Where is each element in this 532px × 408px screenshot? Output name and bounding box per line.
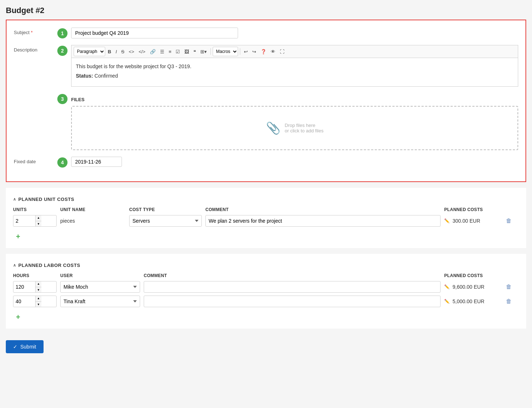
hours-input-1[interactable] (13, 297, 35, 306)
blockquote-button[interactable]: ❝ (192, 47, 198, 56)
cost-edit-icon-0[interactable]: ✏️ (444, 218, 450, 223)
labor-cost-edit-icon-1[interactable]: ✏️ (444, 299, 450, 304)
hours-spinners-1: ▲ ▼ (35, 296, 41, 307)
fullscreen-button[interactable]: ⛶ (278, 47, 286, 56)
col-unit-name: UNIT NAME (60, 207, 126, 212)
hours-down-0[interactable]: ▼ (36, 287, 41, 293)
col-comment: COMMENT (205, 207, 441, 212)
labor-delete-btn-1[interactable]: 🗑 (506, 298, 519, 305)
units-down-0[interactable]: ▼ (36, 221, 41, 227)
link-button[interactable]: 🔗 (148, 47, 157, 56)
user-wrap-0: Mike Moch (60, 281, 140, 293)
subject-input[interactable] (71, 28, 238, 38)
add-unit-cost-button[interactable]: + (13, 231, 23, 242)
planned-labor-costs-section: ∧ PLANNED LABOR COSTS HOURS USER COMMENT… (6, 254, 526, 329)
files-row: 3 FILES 📎 Drop files here or click to ad… (14, 93, 518, 150)
hours-input-wrap-0: ▲ ▼ (13, 281, 57, 293)
trash-icon-0[interactable]: 🗑 (506, 218, 512, 224)
col-hours: HOURS (13, 273, 57, 278)
help-button[interactable]: ❓ (259, 47, 268, 56)
italic-button[interactable]: I (114, 47, 119, 56)
hours-up-0[interactable]: ▲ (36, 281, 41, 287)
macros-select[interactable]: Macros (213, 47, 238, 56)
paperclip-icon: 📎 (266, 121, 281, 135)
fixed-date-input[interactable] (71, 157, 122, 167)
labor-costs-header: ∧ PLANNED LABOR COSTS (13, 263, 519, 268)
labor-costs-row-1: ▲ ▼ Tina Kraft ✏️ 5,000.00 EUR 🗑 (13, 296, 519, 307)
add-labor-cost-button[interactable]: + (13, 312, 23, 323)
submit-button[interactable]: ✓ Submit (6, 340, 44, 353)
hours-spinners-0: ▲ ▼ (35, 281, 41, 293)
labor-comment-input-1[interactable] (144, 296, 441, 307)
delete-btn-0[interactable]: 🗑 (506, 218, 519, 224)
unit-costs-chevron[interactable]: ∧ (13, 197, 16, 202)
user-select-0[interactable]: Mike Moch (60, 281, 140, 293)
unit-name-0: pieces (60, 216, 126, 226)
unit-costs-header: ∧ PLANNED UNIT COSTS (13, 197, 519, 202)
labor-costs-title: PLANNED LABOR COSTS (19, 263, 81, 268)
col-cost-type: COST TYPE (129, 207, 202, 212)
strikethrough-button[interactable]: S (119, 47, 126, 56)
submit-label: Submit (20, 344, 36, 350)
col-units: UNITS (13, 207, 57, 212)
units-input-0[interactable] (13, 217, 35, 225)
user-select-1[interactable]: Tina Kraft (60, 296, 140, 307)
description-row: Description 2 Paragraph B I S <> </> 🔗 ☰… (14, 45, 518, 87)
comment-input-0[interactable] (205, 215, 441, 227)
task-list-button[interactable]: ☑ (174, 47, 182, 56)
col-planned-costs: PLANNED COSTS (444, 207, 502, 212)
labor-cost-value-0: 9,600.00 EUR (453, 284, 484, 290)
hours-down-1[interactable]: ▼ (36, 301, 41, 307)
labor-trash-icon-0[interactable]: 🗑 (506, 284, 512, 290)
labor-delete-btn-0[interactable]: 🗑 (506, 284, 519, 290)
drop-line1: Drop files here (285, 123, 324, 128)
hours-input-0[interactable] (13, 283, 35, 291)
dropzone-text: Drop files here or click to add files (285, 123, 324, 133)
paragraph-select[interactable]: Paragraph (74, 47, 105, 56)
units-up-0[interactable]: ▲ (36, 215, 41, 221)
preview-button[interactable]: 👁 (269, 47, 277, 56)
step-badge-1: 1 (57, 28, 67, 38)
hours-input-wrap-1: ▲ ▼ (13, 296, 57, 307)
col-actions (506, 207, 519, 212)
labor-costs-chevron[interactable]: ∧ (13, 263, 16, 268)
files-content: FILES 📎 Drop files here or click to add … (71, 97, 518, 150)
col-labor-actions (506, 273, 519, 278)
file-dropzone[interactable]: 📎 Drop files here or click to add files (71, 106, 518, 150)
drop-line2: or click to add files (285, 128, 324, 133)
labor-comment-input-0[interactable] (144, 281, 441, 293)
unit-costs-title: PLANNED UNIT COSTS (19, 197, 74, 202)
files-spacer (14, 93, 57, 95)
undo-button[interactable]: ↩ (242, 47, 250, 56)
numbered-list-button[interactable]: ≡ (167, 47, 173, 56)
labor-trash-icon-1[interactable]: 🗑 (506, 298, 512, 304)
col-user: USER (60, 273, 140, 278)
comment-wrap-0 (205, 215, 441, 227)
unit-costs-column-headers: UNITS UNIT NAME COST TYPE COMMENT PLANNE… (13, 207, 519, 212)
cost-value-0: 300.00 EUR (453, 218, 480, 224)
description-content: Paragraph B I S <> </> 🔗 ☰ ≡ ☑ 🖼 ❝ ⊞▾ Ma… (71, 45, 518, 87)
col-labor-comment: COMMENT (144, 273, 441, 278)
hours-up-1[interactable]: ▲ (36, 296, 41, 301)
unit-costs-row-0: ▲ ▼ pieces Servers ✏️ 300.00 EUR 🗑 (13, 215, 519, 227)
editor-area[interactable]: This budget is for the website project f… (71, 58, 518, 87)
cost-type-wrap-0: Servers (129, 215, 202, 227)
step-badge-3: 3 (57, 94, 67, 104)
redo-button[interactable]: ↪ (250, 47, 258, 56)
page-title: Budget #2 (6, 6, 526, 15)
labor-cost-display-1: ✏️ 5,000.00 EUR (444, 298, 502, 304)
image-button[interactable]: 🖼 (183, 47, 191, 56)
bullet-list-button[interactable]: ☰ (158, 47, 166, 56)
inline-code-button[interactable]: </> (137, 47, 147, 56)
units-input-wrap-0: ▲ ▼ (13, 215, 57, 227)
subject-row: Subject 1 (14, 28, 518, 38)
bold-button[interactable]: B (106, 47, 113, 56)
labor-cost-display-0: ✏️ 9,600.00 EUR (444, 284, 502, 290)
editor-line1: This budget is for the website project f… (76, 62, 513, 70)
cost-type-select-0[interactable]: Servers (129, 215, 202, 227)
table-button[interactable]: ⊞▾ (199, 47, 209, 56)
code-button[interactable]: <> (127, 47, 136, 56)
toolbar-sep-2 (240, 48, 240, 55)
labor-cost-edit-icon-0[interactable]: ✏️ (444, 284, 450, 289)
labor-comment-wrap-0 (144, 281, 441, 293)
